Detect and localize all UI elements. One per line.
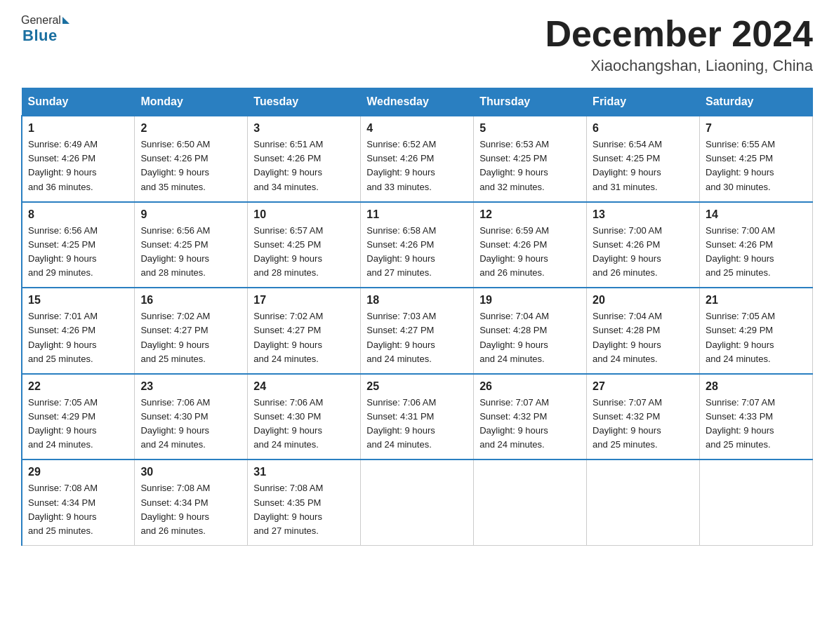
day-info: Sunrise: 6:50 AMSunset: 4:26 PMDaylight:…: [140, 137, 241, 194]
calendar-cell: 17Sunrise: 7:02 AMSunset: 4:27 PMDayligh…: [248, 288, 361, 374]
day-number: 14: [706, 208, 807, 221]
weekday-header-saturday: Saturday: [700, 88, 813, 116]
day-info: Sunrise: 7:08 AMSunset: 4:35 PMDaylight:…: [253, 481, 355, 538]
location-title: Xiaochangshan, Liaoning, China: [545, 57, 813, 75]
day-info: Sunrise: 7:02 AMSunset: 4:27 PMDaylight:…: [140, 309, 241, 366]
calendar-cell: 30Sunrise: 7:08 AMSunset: 4:34 PMDayligh…: [135, 459, 248, 545]
calendar-cell: 23Sunrise: 7:06 AMSunset: 4:30 PMDayligh…: [135, 374, 248, 460]
day-number: 5: [479, 122, 581, 135]
day-info: Sunrise: 7:06 AMSunset: 4:31 PMDaylight:…: [366, 396, 468, 452]
weekday-header-tuesday: Tuesday: [248, 88, 361, 116]
day-number: 1: [28, 122, 128, 135]
calendar-cell: 6Sunrise: 6:54 AMSunset: 4:25 PMDaylight…: [587, 116, 700, 202]
day-info: Sunrise: 6:51 AMSunset: 4:26 PMDaylight:…: [253, 137, 355, 194]
day-number: 26: [479, 380, 581, 393]
day-info: Sunrise: 7:01 AMSunset: 4:26 PMDaylight:…: [28, 309, 128, 366]
day-number: 30: [140, 466, 241, 478]
calendar-cell: 14Sunrise: 7:00 AMSunset: 4:26 PMDayligh…: [700, 202, 813, 288]
weekday-header-thursday: Thursday: [474, 88, 587, 116]
calendar-cell: 13Sunrise: 7:00 AMSunset: 4:26 PMDayligh…: [587, 202, 700, 288]
day-info: Sunrise: 6:55 AMSunset: 4:25 PMDaylight:…: [706, 137, 807, 194]
day-number: 17: [253, 294, 355, 307]
day-number: 2: [140, 122, 241, 135]
weekday-header-wednesday: Wednesday: [361, 88, 474, 116]
day-info: Sunrise: 7:08 AMSunset: 4:34 PMDaylight:…: [28, 481, 128, 538]
day-info: Sunrise: 6:58 AMSunset: 4:26 PMDaylight:…: [366, 224, 468, 281]
calendar-cell: [587, 459, 700, 545]
calendar-cell: 1Sunrise: 6:49 AMSunset: 4:26 PMDaylight…: [22, 116, 135, 202]
day-info: Sunrise: 7:02 AMSunset: 4:27 PMDaylight:…: [253, 309, 355, 366]
calendar-cell: 2Sunrise: 6:50 AMSunset: 4:26 PMDaylight…: [135, 116, 248, 202]
day-number: 7: [706, 122, 807, 135]
calendar-cell: 27Sunrise: 7:07 AMSunset: 4:32 PMDayligh…: [587, 374, 700, 460]
day-number: 19: [479, 294, 581, 307]
calendar-cell: [361, 459, 474, 545]
day-info: Sunrise: 7:07 AMSunset: 4:32 PMDaylight:…: [479, 396, 581, 452]
calendar-cell: 3Sunrise: 6:51 AMSunset: 4:26 PMDaylight…: [248, 116, 361, 202]
day-info: Sunrise: 6:49 AMSunset: 4:26 PMDaylight:…: [28, 137, 128, 194]
day-number: 10: [253, 208, 355, 221]
calendar-cell: 29Sunrise: 7:08 AMSunset: 4:34 PMDayligh…: [22, 459, 135, 545]
calendar-cell: 28Sunrise: 7:07 AMSunset: 4:33 PMDayligh…: [700, 374, 813, 460]
calendar-cell: 25Sunrise: 7:06 AMSunset: 4:31 PMDayligh…: [361, 374, 474, 460]
day-info: Sunrise: 6:56 AMSunset: 4:25 PMDaylight:…: [140, 224, 241, 281]
day-number: 27: [593, 380, 694, 393]
day-number: 12: [479, 208, 581, 221]
calendar-cell: 11Sunrise: 6:58 AMSunset: 4:26 PMDayligh…: [361, 202, 474, 288]
calendar-cell: 12Sunrise: 6:59 AMSunset: 4:26 PMDayligh…: [474, 202, 587, 288]
calendar-week-row: 15Sunrise: 7:01 AMSunset: 4:26 PMDayligh…: [22, 288, 813, 374]
day-info: Sunrise: 7:00 AMSunset: 4:26 PMDaylight:…: [593, 224, 694, 281]
day-number: 23: [140, 380, 241, 393]
day-number: 24: [253, 380, 355, 393]
calendar-cell: 18Sunrise: 7:03 AMSunset: 4:27 PMDayligh…: [361, 288, 474, 374]
day-number: 3: [253, 122, 355, 135]
calendar-cell: 20Sunrise: 7:04 AMSunset: 4:28 PMDayligh…: [587, 288, 700, 374]
calendar-table: SundayMondayTuesdayWednesdayThursdayFrid…: [21, 88, 813, 546]
month-title: December 2024: [545, 14, 813, 54]
day-info: Sunrise: 6:57 AMSunset: 4:25 PMDaylight:…: [253, 224, 355, 281]
logo: General Blue: [21, 14, 70, 45]
calendar-cell: 22Sunrise: 7:05 AMSunset: 4:29 PMDayligh…: [22, 374, 135, 460]
calendar-cell: 31Sunrise: 7:08 AMSunset: 4:35 PMDayligh…: [248, 459, 361, 545]
day-info: Sunrise: 7:07 AMSunset: 4:32 PMDaylight:…: [593, 396, 694, 452]
day-number: 22: [28, 380, 128, 393]
calendar-cell: 21Sunrise: 7:05 AMSunset: 4:29 PMDayligh…: [700, 288, 813, 374]
day-number: 31: [253, 466, 355, 478]
day-info: Sunrise: 7:05 AMSunset: 4:29 PMDaylight:…: [28, 396, 128, 452]
day-number: 8: [28, 208, 128, 221]
calendar-cell: 19Sunrise: 7:04 AMSunset: 4:28 PMDayligh…: [474, 288, 587, 374]
day-number: 18: [366, 294, 468, 307]
day-info: Sunrise: 7:04 AMSunset: 4:28 PMDaylight:…: [593, 309, 694, 366]
calendar-cell: 16Sunrise: 7:02 AMSunset: 4:27 PMDayligh…: [135, 288, 248, 374]
calendar-cell: 15Sunrise: 7:01 AMSunset: 4:26 PMDayligh…: [22, 288, 135, 374]
day-number: 20: [593, 294, 694, 307]
calendar-cell: 5Sunrise: 6:53 AMSunset: 4:25 PMDaylight…: [474, 116, 587, 202]
day-number: 9: [140, 208, 241, 221]
day-number: 13: [593, 208, 694, 221]
calendar-cell: 4Sunrise: 6:52 AMSunset: 4:26 PMDaylight…: [361, 116, 474, 202]
day-number: 29: [28, 466, 128, 478]
day-info: Sunrise: 6:54 AMSunset: 4:25 PMDaylight:…: [593, 137, 694, 194]
day-info: Sunrise: 7:03 AMSunset: 4:27 PMDaylight:…: [366, 309, 468, 366]
day-info: Sunrise: 7:08 AMSunset: 4:34 PMDaylight:…: [140, 481, 241, 538]
calendar-cell: 8Sunrise: 6:56 AMSunset: 4:25 PMDaylight…: [22, 202, 135, 288]
day-info: Sunrise: 7:00 AMSunset: 4:26 PMDaylight:…: [706, 224, 807, 281]
day-number: 11: [366, 208, 468, 221]
calendar-week-row: 22Sunrise: 7:05 AMSunset: 4:29 PMDayligh…: [22, 374, 813, 460]
logo-general-text: General: [21, 14, 61, 27]
calendar-cell: [474, 459, 587, 545]
day-info: Sunrise: 7:07 AMSunset: 4:33 PMDaylight:…: [706, 396, 807, 452]
day-info: Sunrise: 6:56 AMSunset: 4:25 PMDaylight:…: [28, 224, 128, 281]
calendar-week-row: 8Sunrise: 6:56 AMSunset: 4:25 PMDaylight…: [22, 202, 813, 288]
calendar-week-row: 29Sunrise: 7:08 AMSunset: 4:34 PMDayligh…: [22, 459, 813, 545]
day-number: 21: [706, 294, 807, 307]
day-info: Sunrise: 6:59 AMSunset: 4:26 PMDaylight:…: [479, 224, 581, 281]
day-number: 4: [366, 122, 468, 135]
title-area: December 2024 Xiaochangshan, Liaoning, C…: [545, 14, 813, 75]
day-info: Sunrise: 7:06 AMSunset: 4:30 PMDaylight:…: [140, 396, 241, 452]
calendar-cell: 10Sunrise: 6:57 AMSunset: 4:25 PMDayligh…: [248, 202, 361, 288]
calendar-cell: [700, 459, 813, 545]
day-number: 15: [28, 294, 128, 307]
day-number: 16: [140, 294, 241, 307]
day-number: 25: [366, 380, 468, 393]
